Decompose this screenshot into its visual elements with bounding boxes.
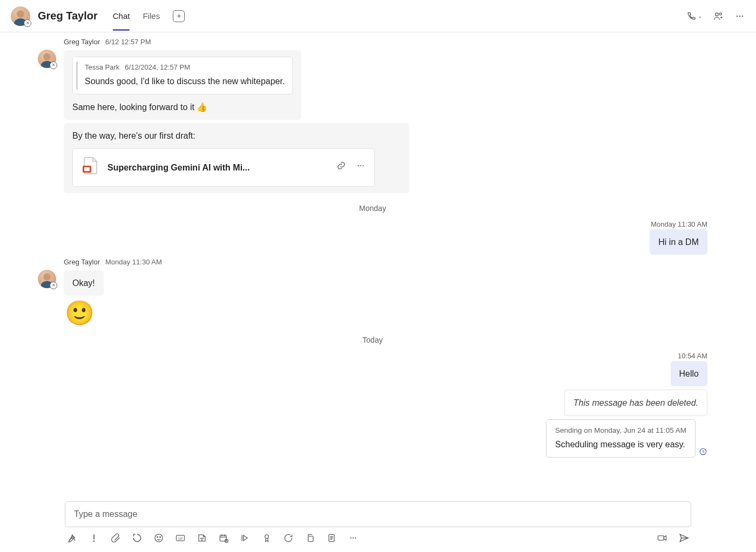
message-bubble-self[interactable]: Hello	[671, 361, 707, 386]
svg-point-13	[362, 165, 363, 166]
chat-title: Greg Taylor	[38, 10, 98, 22]
quote-sender: Tessa Park	[85, 63, 119, 73]
svg-point-28	[265, 535, 269, 539]
attachment-card[interactable]: Supercharging Gemini AI with Mi...	[72, 148, 375, 186]
updates-button[interactable]	[283, 533, 294, 543]
svg-point-24	[201, 538, 201, 539]
emoji-message[interactable]: 🙂	[64, 299, 96, 325]
svg-point-21	[160, 537, 161, 538]
message-time: 6/12 12:57 PM	[105, 38, 151, 46]
svg-point-31	[350, 537, 352, 539]
message-text: Okay!	[72, 278, 95, 288]
svg-point-19	[155, 534, 163, 542]
chevron-down-icon: ⌄	[698, 13, 702, 19]
message-text: Scheduling message is very easy.	[555, 438, 686, 451]
chat-header: ✕ Greg Taylor Chat Files ＋ ⌄	[0, 0, 756, 32]
add-tab-button[interactable]: ＋	[173, 10, 185, 22]
message-time: Monday 11:30 AM	[651, 220, 707, 228]
deleted-message[interactable]: This message has been deleted.	[564, 390, 707, 416]
svg-rect-10	[84, 167, 90, 171]
clock-icon	[699, 447, 707, 458]
add-people-button[interactable]	[713, 11, 724, 22]
quote-text: Sounds good, I'd like to discuss the new…	[85, 75, 285, 87]
message-bubble-self[interactable]: Hi in a DM	[650, 229, 707, 255]
message-sender: Greg Taylor	[64, 38, 100, 46]
scheduled-note: Sending on Monday, Jun 24 at 11:05 AM	[555, 425, 686, 436]
attach-button[interactable]	[110, 533, 121, 543]
message-time: 10:54 AM	[678, 352, 707, 360]
svg-point-18	[93, 541, 95, 542]
composer-area: Type a message GIF	[0, 501, 756, 552]
message-sender: Greg Taylor	[64, 258, 100, 266]
scheduled-message[interactable]: Sending on Monday, Jun 24 at 11:05 AM Sc…	[546, 419, 696, 458]
emoji-button[interactable]	[153, 533, 164, 543]
message-bubble[interactable]: Okay!	[64, 270, 104, 296]
svg-text:GIF: GIF	[178, 537, 183, 540]
message-text: By the way, here's our first draft:	[72, 130, 401, 142]
powerpoint-file-icon	[82, 156, 98, 178]
presence-offline-icon: ✕	[24, 19, 31, 27]
gif-button[interactable]: GIF	[175, 533, 186, 543]
message-avatar[interactable]: ✕	[38, 270, 56, 288]
loop-button[interactable]	[132, 533, 143, 543]
presence-offline-icon: ✕	[50, 282, 57, 289]
attachment-title: Supercharging Gemini AI with Mi...	[107, 161, 327, 174]
toolbar-more-button[interactable]	[348, 533, 359, 543]
message-input[interactable]: Type a message	[65, 501, 691, 527]
send-button[interactable]	[678, 533, 689, 543]
message-group: ✕ Greg Taylor 6/12 12:57 PM Tessa Park 6…	[38, 38, 707, 193]
message-time: Monday 11:30 AM	[105, 258, 162, 266]
svg-rect-29	[308, 536, 313, 542]
sticker-button[interactable]	[197, 533, 207, 543]
svg-point-14	[43, 273, 50, 280]
tab-files[interactable]: Files	[143, 2, 160, 31]
presence-offline-icon: ✕	[50, 62, 57, 69]
svg-point-20	[157, 537, 158, 538]
svg-point-12	[360, 165, 361, 166]
svg-point-25	[202, 538, 203, 539]
copy-link-button[interactable]	[336, 161, 346, 174]
message-text: Same here, looking forward to it 👍	[72, 101, 293, 113]
priority-button[interactable]	[89, 533, 99, 543]
call-button[interactable]: ⌄	[686, 11, 702, 22]
format-button[interactable]	[67, 533, 78, 543]
stream-button[interactable]	[240, 533, 251, 543]
message-group: ✕ Greg Taylor Monday 11:30 AM Okay! 🙂	[38, 258, 707, 325]
message-bubble[interactable]: Tessa Park 6/12/2024, 12:57 PM Sounds go…	[64, 50, 301, 120]
svg-point-7	[43, 53, 50, 60]
message-text: This message has been deleted.	[573, 398, 698, 407]
svg-point-5	[739, 15, 741, 17]
message-avatar[interactable]: ✕	[38, 50, 56, 68]
svg-point-11	[357, 165, 359, 166]
message-text: Hi in a DM	[658, 237, 699, 247]
notes-button[interactable]	[326, 533, 337, 543]
date-separator: Today	[38, 328, 707, 349]
svg-point-6	[742, 15, 744, 17]
copy-button[interactable]	[305, 533, 315, 543]
chat-scroll-area[interactable]: ✕ Greg Taylor 6/12 12:57 PM Tessa Park 6…	[0, 32, 756, 501]
tab-chat[interactable]: Chat	[113, 2, 130, 31]
svg-rect-34	[658, 536, 664, 540]
svg-point-0	[17, 10, 24, 18]
video-clip-button[interactable]	[657, 533, 667, 543]
svg-point-32	[353, 537, 354, 539]
svg-point-2	[716, 13, 718, 16]
attachment-more-button[interactable]	[356, 161, 366, 174]
message-bubble[interactable]: By the way, here's our first draft: Supe…	[64, 123, 409, 193]
approval-button[interactable]	[261, 533, 272, 543]
svg-point-33	[355, 537, 356, 539]
svg-point-4	[737, 15, 738, 17]
svg-point-3	[719, 12, 721, 15]
contact-avatar[interactable]: ✕	[11, 6, 30, 26]
date-separator: Monday	[38, 196, 707, 217]
composer-toolbar: GIF	[65, 533, 691, 543]
message-text: Hello	[679, 369, 699, 378]
schedule-button[interactable]	[218, 533, 229, 543]
more-options-button[interactable]	[734, 11, 745, 22]
svg-rect-17	[93, 534, 94, 539]
quoted-reply[interactable]: Tessa Park 6/12/2024, 12:57 PM Sounds go…	[72, 57, 293, 94]
quote-time: 6/12/2024, 12:57 PM	[125, 63, 190, 73]
